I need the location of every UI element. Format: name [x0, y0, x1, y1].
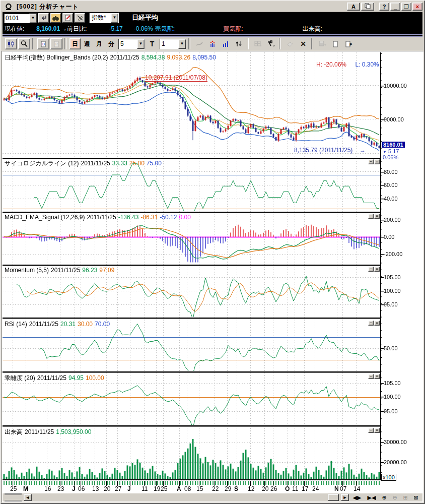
x-axis-label: 20	[262, 485, 268, 492]
minute-count-select[interactable]: 5 ▼	[118, 39, 145, 49]
symbol-code-dropdown-button[interactable]: ▼	[29, 14, 37, 23]
tick-step-select[interactable]: 1 ▼	[160, 39, 186, 49]
grid-view-button[interactable]: ⊞	[401, 494, 410, 501]
last-price-tag: 8160.01	[382, 142, 405, 148]
grid-layout-button[interactable]	[252, 38, 264, 49]
panel-minimize-button[interactable]: −	[368, 159, 374, 164]
panel-close-button[interactable]: ×	[374, 267, 380, 272]
tick-step-dropdown[interactable]: ▼	[178, 39, 186, 49]
candlestick-style-button[interactable]	[5, 38, 17, 49]
period-minute-button[interactable]: 分	[106, 38, 117, 49]
panel-minimize-button[interactable]: −	[368, 321, 374, 326]
settings-tool-button[interactable]	[265, 38, 277, 49]
eraser-button[interactable]	[284, 38, 296, 49]
x-axis-label: 06	[78, 485, 85, 492]
panel-close-button[interactable]: ×	[374, 428, 380, 433]
close-chart-button[interactable]: ⊠	[411, 494, 420, 501]
scroll-right-button[interactable]: ►	[341, 494, 349, 501]
symbol-code-box: ▼	[4, 14, 37, 22]
scroll-thumb[interactable]	[328, 494, 339, 501]
period-daily-button[interactable]: 日	[69, 38, 81, 49]
paste-chart-button[interactable]: R	[50, 38, 62, 49]
save-template-button[interactable]	[316, 38, 328, 49]
toolbar-separator	[279, 38, 281, 49]
x-axis-label: M	[23, 485, 28, 492]
panel-minimize-button[interactable]: −	[368, 267, 374, 272]
y-axis-label: 95.00	[384, 301, 398, 307]
zoom-in-button[interactable]: ⊕	[380, 494, 389, 501]
zoom-tool-button[interactable]	[18, 38, 30, 49]
toolbar-separator	[64, 38, 66, 49]
enter-button[interactable]	[38, 13, 49, 23]
y-axis-label: 200.00	[384, 217, 401, 223]
panel-minimize-button[interactable]: −	[368, 428, 374, 433]
font-button[interactable]: A	[347, 3, 360, 11]
minute-count-value: 5	[119, 40, 137, 47]
close-button[interactable]: ×	[412, 3, 422, 11]
last-price-pct: 0.06%	[383, 154, 398, 160]
minimize-button[interactable]: _	[390, 3, 400, 11]
page-properties-button[interactable]: P	[342, 38, 355, 49]
compress-bars-button[interactable]: ▶◀	[365, 494, 378, 501]
symbol-name: 日経平均	[132, 13, 158, 22]
volume-bars-button[interactable]	[220, 38, 232, 49]
y-axis-label: 9000.00	[384, 116, 404, 122]
x-axis-label: S	[234, 485, 238, 492]
minute-count-dropdown[interactable]: ▼	[137, 39, 145, 49]
panel-minimize-button[interactable]: −	[368, 374, 374, 379]
copy-chart-button[interactable]: D	[37, 38, 49, 49]
period-monthly-button[interactable]: 月	[94, 38, 105, 49]
draw-off-button[interactable]	[75, 13, 85, 23]
y-axis-label: 60.00	[384, 182, 398, 188]
bottom-scroll-row: ◄ ► ◀▶ ▶◀ ⊕ ⊖ ⊞ ⊠	[3, 493, 422, 501]
maximize-button[interactable]: ❐	[401, 3, 411, 11]
y-axis-label: 80.00	[384, 169, 398, 175]
toolbar-separator	[247, 38, 249, 49]
chart-toolbar: D R 日 週 月 分 5 ▼ T 1 ▼	[3, 37, 422, 51]
delete-all-button[interactable]: ✕	[297, 38, 309, 49]
y-axis-label: 95.00	[384, 408, 398, 414]
x-axis-label: 25	[161, 485, 167, 492]
zoom-out-button[interactable]: ⊖	[390, 494, 399, 501]
edit-memo-button[interactable]	[62, 13, 73, 23]
x-axis-label: 27	[115, 485, 121, 492]
expand-bars-button[interactable]: ◀▶	[350, 494, 364, 501]
x-axis-label: 25	[10, 485, 17, 492]
panel-close-button[interactable]: ×	[374, 214, 380, 219]
category-select[interactable]: 指数* ▼	[89, 13, 119, 23]
change-value: -5.17	[109, 25, 122, 32]
sort-updown-button[interactable]	[233, 38, 245, 49]
x-axis-label: 08	[184, 485, 191, 492]
panel-close-button[interactable]: ×	[374, 159, 380, 164]
panel-close-button[interactable]: ×	[374, 321, 380, 326]
category-value: 指数*	[90, 14, 111, 22]
quote-bar: 現在値: 8,160.01 →前日比: -5.17 -0.06% 売気配: 買気…	[3, 23, 422, 34]
period-weekly-button[interactable]: 週	[82, 38, 93, 49]
category-dropdown-button[interactable]: ▼	[111, 13, 118, 23]
x-axis-label: 14	[353, 485, 360, 492]
toolbar-separator	[188, 38, 190, 49]
x-axis-label: 24	[312, 485, 319, 492]
help-button[interactable]: ?	[379, 3, 389, 11]
panel-close-button[interactable]: ×	[374, 374, 380, 379]
new-page-button[interactable]	[329, 38, 341, 49]
x-axis-label: 11	[141, 485, 148, 492]
draw-line-button[interactable]	[193, 38, 205, 49]
y-axis-label: 50.00	[384, 345, 398, 351]
copy-window-button[interactable]	[361, 3, 374, 11]
x-axis-label: 15	[196, 485, 203, 492]
tick-mode-button[interactable]: T	[146, 38, 158, 49]
analysis-chart-window: [5002] 分析チャート A ? _ ❐ × ▼	[0, 0, 425, 504]
indicator-marks-button[interactable]	[206, 38, 219, 49]
symbol-code-input[interactable]	[4, 14, 29, 23]
panel-minimize-button[interactable]: −	[368, 214, 374, 219]
search-binoculars-button[interactable]	[50, 13, 61, 23]
resize-grip[interactable]	[5, 493, 22, 501]
toolbar-separator	[32, 38, 34, 49]
last-price-change: ▼ 5.17	[383, 148, 399, 154]
scroll-left-button[interactable]: ◄	[24, 494, 32, 501]
x-axis-label: 12	[248, 485, 254, 492]
panel-header-volume: 出来高2011/11/251,503,950.00	[5, 428, 93, 436]
y-axis-label: 20000.00	[384, 459, 407, 465]
x-axis-label: J	[72, 485, 76, 492]
